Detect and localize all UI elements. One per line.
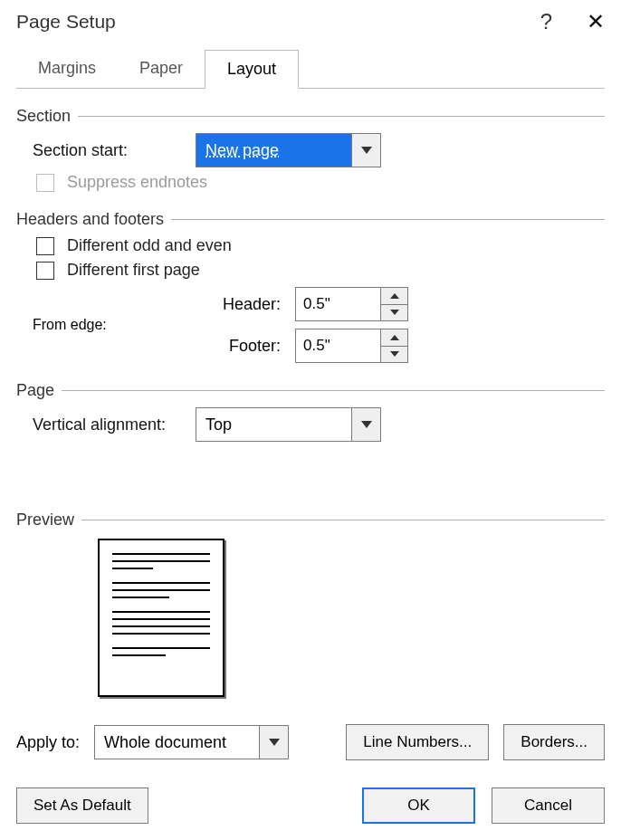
chevron-down-icon[interactable]: [351, 408, 380, 441]
apply-to-label: Apply to:: [16, 733, 80, 752]
different-first-page-row[interactable]: Different first page: [36, 261, 605, 280]
section-header-label: Section: [16, 107, 78, 126]
section-header-section: Section: [16, 107, 605, 126]
apply-row: Apply to: Whole document Line Numbers...…: [16, 724, 605, 760]
page-preview: [98, 539, 225, 697]
dialog-title: Page Setup: [16, 11, 116, 33]
section-header-preview: Preview: [16, 511, 605, 530]
spin-down-icon[interactable]: [381, 347, 407, 363]
page-header-label: Page: [16, 381, 62, 400]
cancel-button[interactable]: Cancel: [492, 788, 605, 824]
from-edge-grid: From edge: Header: Footer:: [33, 287, 605, 363]
hf-header-label: Headers and footers: [16, 210, 171, 229]
tab-paper[interactable]: Paper: [118, 50, 205, 89]
footer-edge-label: Footer:: [205, 337, 286, 356]
spin-up-icon[interactable]: [381, 329, 407, 347]
vertical-alignment-label: Vertical alignment:: [33, 415, 196, 434]
different-first-page-checkbox[interactable]: [36, 262, 54, 280]
different-odd-even-label: Different odd and even: [67, 236, 232, 255]
tab-bar: Margins Paper Layout: [16, 49, 605, 89]
vertical-alignment-row: Vertical alignment: Top: [33, 407, 605, 442]
section-header-page: Page: [16, 381, 605, 400]
different-odd-even-row[interactable]: Different odd and even: [36, 236, 605, 255]
from-edge-label: From edge:: [33, 317, 196, 333]
header-edge-input[interactable]: [296, 288, 380, 320]
chevron-down-icon[interactable]: [259, 726, 288, 759]
section-header-hf: Headers and footers: [16, 210, 605, 229]
section-start-combo[interactable]: New page: [196, 133, 381, 167]
titlebar: Page Setup ? ✕: [0, 0, 621, 45]
help-icon[interactable]: ?: [540, 9, 552, 34]
close-icon[interactable]: ✕: [587, 9, 605, 34]
header-edge-spinner[interactable]: [295, 287, 408, 321]
set-as-default-button[interactable]: Set As Default: [16, 788, 148, 824]
dialog-footer: Set As Default OK Cancel: [16, 788, 605, 824]
apply-to-value: Whole document: [95, 726, 259, 759]
preview-header-label: Preview: [16, 511, 81, 530]
tab-layout[interactable]: Layout: [205, 50, 299, 89]
vertical-alignment-combo[interactable]: Top: [196, 407, 381, 442]
section-start-row: Section start: New page: [33, 133, 605, 167]
ok-button[interactable]: OK: [362, 788, 475, 824]
vertical-alignment-value: Top: [196, 408, 351, 441]
header-edge-label: Header:: [205, 295, 286, 314]
dialog-body: Margins Paper Layout Section Section sta…: [0, 49, 621, 840]
suppress-endnotes-row: Suppress endnotes: [36, 173, 605, 192]
footer-edge-input[interactable]: [296, 329, 380, 362]
line-numbers-button[interactable]: Line Numbers...: [346, 724, 489, 760]
apply-to-combo[interactable]: Whole document: [94, 725, 289, 759]
different-odd-even-checkbox[interactable]: [36, 237, 54, 255]
spin-up-icon[interactable]: [381, 288, 407, 305]
footer-edge-spinner[interactable]: [295, 329, 408, 363]
section-start-value: New page: [196, 134, 351, 167]
spin-down-icon[interactable]: [381, 305, 407, 321]
suppress-endnotes-label: Suppress endnotes: [67, 173, 207, 192]
suppress-endnotes-checkbox: [36, 174, 54, 192]
tab-margins[interactable]: Margins: [16, 50, 118, 89]
section-start-label: Section start:: [33, 141, 196, 160]
chevron-down-icon[interactable]: [351, 134, 380, 167]
different-first-page-label: Different first page: [67, 261, 200, 280]
borders-button[interactable]: Borders...: [503, 724, 605, 760]
